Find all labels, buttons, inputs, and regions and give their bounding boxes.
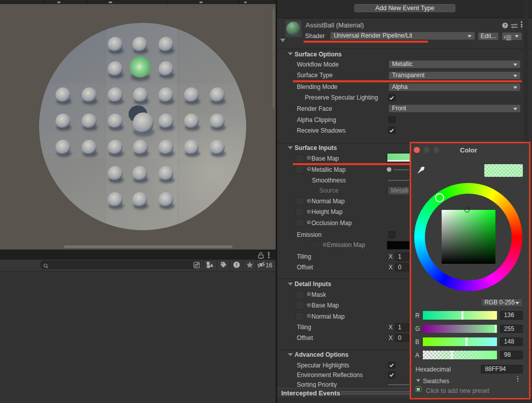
svg-text:?: ? (504, 23, 506, 28)
